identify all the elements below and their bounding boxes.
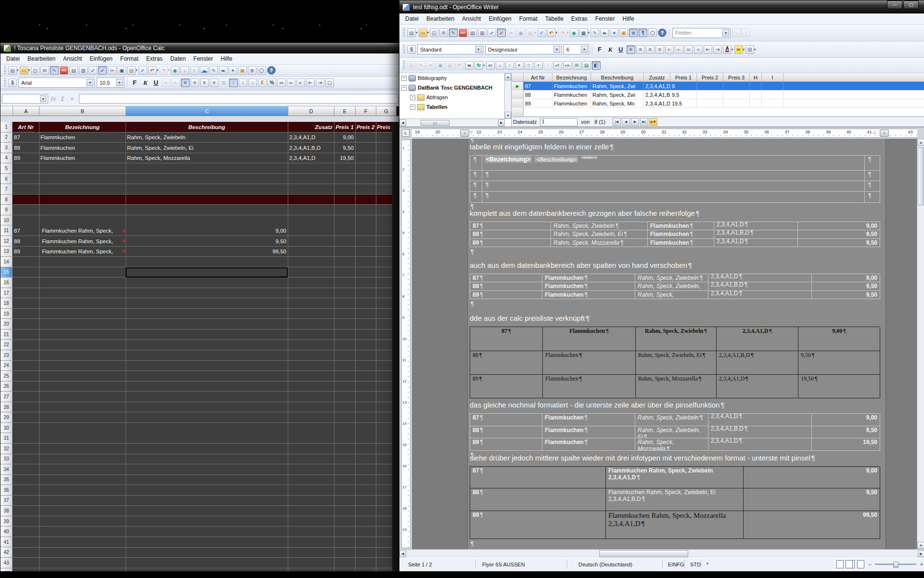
db-cell[interactable]: 2,3,4,A1,B, [644, 91, 670, 99]
nonprinting-chars-icon[interactable] [639, 28, 647, 37]
paragraph-style-combo[interactable]: Standard ▼ [417, 44, 483, 54]
db-cell[interactable]: 2,3,4,A1,D [644, 82, 670, 90]
db-cell[interactable] [723, 99, 750, 107]
find-record-icon[interactable] [465, 61, 474, 70]
align-justify-icon[interactable] [210, 79, 218, 87]
redo-dropdown-arrow[interactable]: ▾ [567, 31, 569, 35]
align-right-icon[interactable] [646, 45, 654, 54]
db-cell[interactable]: Flammkuchen [552, 82, 591, 90]
row-header[interactable]: 26 [0, 381, 13, 392]
draw-icon[interactable] [590, 28, 599, 37]
cut-icon[interactable] [108, 66, 116, 75]
row-header[interactable]: 15 [0, 267, 13, 278]
record-selector[interactable] [512, 108, 524, 116]
formula-button[interactable]: = [67, 94, 77, 103]
find-replace-icon[interactable] [600, 28, 609, 37]
toolbar-grip[interactable] [403, 28, 405, 38]
menu-item[interactable]: Bearbeiten [423, 14, 458, 23]
font-down-icon[interactable] [675, 45, 683, 54]
save-icon[interactable] [31, 66, 39, 75]
db-cell[interactable]: Flammkuchen [552, 91, 591, 99]
open-icon[interactable] [20, 66, 28, 75]
horizontal-scrollbar[interactable]: ◀ ▶ [399, 549, 924, 558]
column-header-d[interactable]: D [288, 106, 334, 116]
db-cell[interactable] [750, 82, 762, 90]
help-icon[interactable] [267, 66, 276, 75]
align-left-icon[interactable] [181, 79, 190, 87]
add-decimal-icon[interactable] [287, 79, 295, 87]
sort-ascending-icon[interactable] [496, 61, 504, 70]
menu-item[interactable]: Datei [2, 54, 24, 63]
row-header[interactable]: 2 [0, 132, 13, 143]
font-up-icon[interactable] [665, 45, 674, 54]
email-icon[interactable] [439, 28, 448, 37]
numbering-icon[interactable] [684, 45, 693, 54]
print-preview-icon[interactable] [478, 28, 487, 37]
row-header[interactable]: 28 [0, 402, 13, 413]
tree-item-abfragen[interactable]: Abfragen [399, 92, 511, 102]
align-right-icon[interactable] [200, 79, 209, 87]
column-header-a[interactable]: A [13, 106, 39, 116]
column-header-f[interactable]: F [356, 106, 376, 116]
gallery-icon[interactable] [238, 66, 247, 75]
chevron-down-icon[interactable]: ▼ [87, 79, 93, 86]
row-header[interactable]: 17 [0, 288, 13, 299]
previous-record-button[interactable] [622, 118, 630, 126]
data-to-fields-icon[interactable] [563, 61, 572, 70]
row-header[interactable]: 20 [0, 319, 13, 329]
bullets-icon[interactable] [694, 45, 703, 54]
font-up-icon[interactable] [162, 79, 170, 87]
paste-dropdown-arrow[interactable]: ▾ [535, 31, 537, 35]
zoom-out-icon[interactable]: − [867, 561, 873, 568]
column-header-b[interactable]: B [39, 106, 126, 116]
db-cell[interactable]: Rahm, Speck, Zwi [591, 91, 644, 99]
currency-icon[interactable] [258, 79, 267, 87]
find-up-icon[interactable] [742, 28, 750, 37]
menu-item[interactable]: Tabelle [541, 14, 567, 23]
scroll-down-icon[interactable]: ▼ [505, 112, 511, 119]
expand-icon[interactable] [410, 95, 415, 100]
border-icon[interactable] [325, 79, 334, 87]
row-header[interactable]: 21 [0, 329, 13, 340]
field-bezeichnung[interactable]: <Bezeichnung> [485, 156, 532, 163]
chevron-down-icon[interactable]: ▼ [116, 79, 123, 86]
percent-icon[interactable] [268, 79, 276, 87]
db-header[interactable]: Preis 1 [670, 73, 697, 81]
row-header[interactable]: 25 [0, 371, 13, 381]
row-header[interactable]: 10 [0, 215, 13, 226]
background-color-icon[interactable] [745, 45, 754, 54]
new-record-button[interactable] [649, 118, 657, 126]
cut-icon[interactable] [426, 61, 435, 70]
edit-data-icon[interactable] [417, 61, 425, 70]
spellcheck-icon[interactable] [488, 28, 496, 37]
format-paintbrush-icon[interactable] [139, 66, 147, 75]
underline-button[interactable]: U [616, 45, 626, 54]
first-line-indent-icon[interactable]: ▽ [470, 130, 473, 134]
vertical-scrollbar[interactable]: ▲ ▼ [917, 139, 924, 549]
email-icon[interactable] [40, 66, 49, 75]
menu-item[interactable]: Hilfe [619, 14, 638, 23]
sort-descending-icon[interactable] [190, 66, 199, 75]
db-cell[interactable]: 9,5 [670, 91, 697, 99]
edit-file-icon[interactable] [50, 66, 59, 75]
new-dropdown-arrow[interactable]: ▾ [416, 31, 418, 35]
row-header[interactable]: 12 [0, 236, 13, 247]
delete-decimal-icon[interactable] [296, 79, 305, 87]
gallery-icon[interactable] [619, 28, 628, 37]
find-down-icon[interactable] [732, 28, 741, 37]
datasources-icon[interactable] [629, 28, 638, 37]
paste-icon[interactable] [446, 61, 454, 70]
single-page-view-icon[interactable] [836, 560, 844, 568]
menu-item[interactable]: Daten [167, 54, 190, 63]
form-filter-icon[interactable] [534, 61, 543, 70]
status-language[interactable]: Deutsch (Deutschland) [576, 560, 635, 568]
edit-file-icon[interactable] [449, 28, 458, 37]
print-icon[interactable] [468, 28, 477, 37]
undo-icon[interactable] [455, 61, 464, 70]
db-cell[interactable]: 2,3,4,A1,D [644, 99, 670, 107]
doc-table-formatted[interactable]: 87 Flammkuchen Rahm, Speck, Zwiebeln 2,3… [470, 413, 880, 451]
db-cell[interactable]: Rahm, Speck, Mo [591, 99, 644, 107]
row-header[interactable]: 27 [0, 392, 13, 402]
scroll-right-icon[interactable]: ▶ [498, 119, 505, 126]
doc-table-db-shifted[interactable]: 87 Flammkuchen Rahm, Speck, Zwiebeln 2,3… [470, 274, 880, 299]
